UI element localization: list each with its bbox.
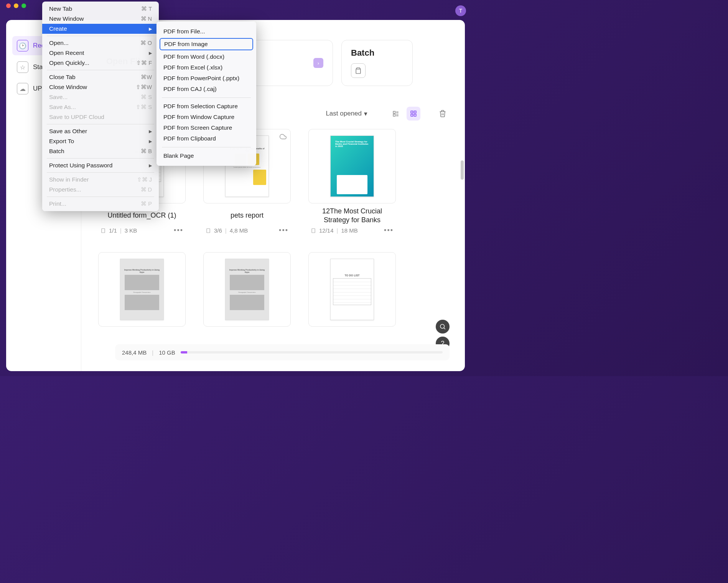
menu-divider bbox=[47, 197, 154, 197]
menu-shortcut: ⌘ P bbox=[141, 201, 152, 207]
svg-rect-10 bbox=[414, 114, 416, 116]
chevron-right-icon: ▶ bbox=[149, 51, 152, 56]
submenu-item[interactable]: PDF from Word (.docx) bbox=[156, 51, 256, 62]
menu-item-label: Close Tab bbox=[49, 74, 76, 81]
menu-shortcut: ⌘ N bbox=[141, 16, 152, 22]
search-icon bbox=[439, 323, 446, 330]
submenu-item[interactable]: PDF from Image bbox=[160, 38, 253, 50]
menu-item-label: New Window bbox=[49, 15, 84, 22]
menu-shortcut: ⇧⌘W bbox=[136, 84, 152, 90]
document-thumbnail: Improve Working Productivity in Using Ap… bbox=[98, 252, 186, 327]
document-tile[interactable]: TO DO LIST bbox=[308, 252, 396, 327]
svg-rect-12 bbox=[207, 228, 210, 233]
chevron-right-icon: ▶ bbox=[149, 139, 152, 144]
submenu-item[interactable]: PDF from File... bbox=[156, 26, 256, 37]
menu-item[interactable]: Save as Other▶ bbox=[42, 126, 159, 136]
menu-shortcut: ⌘ S bbox=[141, 94, 152, 100]
storage-progress-fill bbox=[181, 351, 187, 353]
menu-divider bbox=[47, 70, 154, 70]
menu-shortcut: ⌘ B bbox=[141, 148, 152, 154]
float-search-button[interactable] bbox=[436, 320, 450, 334]
sort-dropdown[interactable]: Last opened ▾ bbox=[326, 110, 367, 118]
menu-item[interactable]: Batch⌘ B bbox=[42, 146, 159, 156]
document-more-button[interactable]: ••• bbox=[279, 226, 288, 235]
sort-label-text: Last opened bbox=[326, 110, 362, 117]
submenu-item[interactable]: PDF from Window Capture bbox=[156, 112, 256, 122]
document-tile[interactable]: The Most Crucial Strategy for Banks and … bbox=[308, 129, 396, 235]
menu-item: Save...⌘ S bbox=[42, 92, 159, 102]
svg-line-15 bbox=[444, 328, 445, 329]
traffic-zoom[interactable] bbox=[21, 3, 26, 8]
page-icon bbox=[100, 228, 106, 233]
menu-item-label: Close Window bbox=[49, 84, 87, 91]
collapse-card-button[interactable]: › bbox=[313, 58, 323, 68]
menu-shortcut: ⇧⌘ F bbox=[136, 60, 152, 66]
svg-rect-1 bbox=[393, 111, 395, 113]
cloud-icon: ☁ bbox=[17, 83, 28, 94]
thumbnail-page: TO DO LIST bbox=[330, 259, 374, 320]
storage-bar: 248,4 MB | 10 GB bbox=[115, 344, 450, 360]
menu-item[interactable]: New Tab⌘ T bbox=[42, 4, 159, 14]
document-size: 18 MB bbox=[341, 227, 357, 234]
document-tile[interactable]: Improve Working Productivity in Using Ap… bbox=[98, 252, 186, 327]
menu-item: Save As...⇧⌘ S bbox=[42, 102, 159, 112]
menu-item[interactable]: Create▶ bbox=[42, 24, 159, 34]
menu-item-label: Show in Finder bbox=[49, 176, 89, 183]
submenu-item[interactable]: PDF from Screen Capture bbox=[156, 122, 256, 133]
clock-icon: 🕑 bbox=[17, 40, 28, 51]
document-size: 3 KB bbox=[125, 227, 137, 234]
profile-avatar[interactable]: T bbox=[455, 5, 466, 16]
create-submenu[interactable]: PDF from File...PDF from ImagePDF from W… bbox=[156, 21, 256, 166]
svg-rect-2 bbox=[393, 114, 395, 116]
menu-item: Save to UPDF Cloud bbox=[42, 112, 159, 122]
svg-rect-13 bbox=[312, 228, 315, 233]
menu-item-label: Save as Other bbox=[49, 128, 87, 135]
document-more-button[interactable]: ••• bbox=[174, 226, 183, 235]
menu-item-label: Save... bbox=[49, 94, 68, 101]
svg-rect-9 bbox=[411, 114, 413, 116]
menu-item-label: Open... bbox=[49, 40, 69, 46]
menu-item: Print...⌘ P bbox=[42, 199, 159, 209]
document-tile[interactable]: Improve Working Productivity in Using Ap… bbox=[203, 252, 291, 327]
menu-item[interactable]: Open...⌘ O bbox=[42, 38, 159, 48]
traffic-minimize[interactable] bbox=[14, 3, 18, 8]
document-more-button[interactable]: ••• bbox=[384, 226, 394, 235]
submenu-item[interactable]: PDF from Excel (.xlsx) bbox=[156, 62, 256, 73]
document-pages: 3/6 bbox=[214, 227, 222, 234]
traffic-close[interactable] bbox=[6, 3, 11, 8]
view-grid-button[interactable] bbox=[407, 107, 420, 121]
menu-item[interactable]: Close Tab⌘W bbox=[42, 72, 159, 82]
submenu-item[interactable]: PDF from CAJ (.caj) bbox=[156, 84, 256, 94]
menu-item-label: Save to UPDF Cloud bbox=[49, 114, 104, 121]
menu-item: Show in Finder⇧⌘ J bbox=[42, 175, 159, 185]
delete-button[interactable] bbox=[436, 107, 450, 121]
menu-item[interactable]: Export To▶ bbox=[42, 136, 159, 146]
chevron-down-icon: ▾ bbox=[364, 110, 367, 118]
submenu-item[interactable]: PDF from Clipboard bbox=[156, 133, 256, 144]
menu-item[interactable]: New Window⌘ N bbox=[42, 14, 159, 24]
batch-card[interactable]: Batch bbox=[341, 40, 413, 86]
view-list-button[interactable] bbox=[389, 107, 403, 121]
svg-point-14 bbox=[440, 324, 445, 329]
menu-item[interactable]: Open Quickly...⇧⌘ F bbox=[42, 58, 159, 68]
document-thumbnail: The Most Crucial Strategy for Banks and … bbox=[308, 129, 396, 203]
submenu-divider bbox=[162, 147, 251, 147]
submenu-item[interactable]: PDF from Selection Capture bbox=[156, 101, 256, 112]
storage-used: 248,4 MB bbox=[122, 349, 147, 356]
file-menu[interactable]: New Tab⌘ TNew Window⌘ NCreate▶Open...⌘ O… bbox=[42, 2, 159, 211]
scrollbar-thumb[interactable] bbox=[461, 160, 464, 180]
thumbnail-page: Improve Working Productivity in Using Ap… bbox=[120, 259, 164, 320]
document-pages: 1/1 bbox=[109, 227, 117, 234]
submenu-item[interactable]: PDF from PowerPoint (.pptx) bbox=[156, 73, 256, 84]
chevron-right-icon: › bbox=[318, 60, 319, 66]
menu-item[interactable]: Protect Using Password▶ bbox=[42, 160, 159, 170]
menu-shortcut: ⌘ O bbox=[140, 40, 152, 46]
menu-item: Properties...⌘ D bbox=[42, 185, 159, 195]
document-size: 4,8 MB bbox=[230, 227, 248, 234]
thumbnail-page: The Most Crucial Strategy for Banks and … bbox=[330, 135, 374, 197]
menu-item[interactable]: Open Recent▶ bbox=[42, 48, 159, 58]
menu-item[interactable]: Close Window⇧⌘W bbox=[42, 82, 159, 92]
document-pages: 12/14 bbox=[319, 227, 334, 234]
menu-item-label: Batch bbox=[49, 148, 64, 155]
submenu-item[interactable]: Blank Page bbox=[156, 150, 256, 161]
